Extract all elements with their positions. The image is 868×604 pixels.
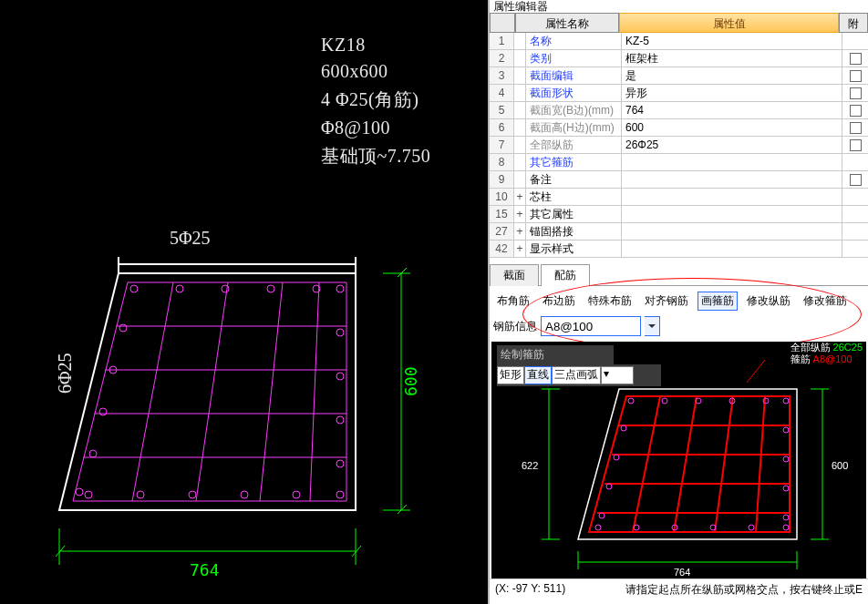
prop-group-row: 15+其它属性 <box>490 206 868 223</box>
svg-point-65 <box>749 525 754 530</box>
svg-point-22 <box>336 460 344 467</box>
svg-text:600: 600 <box>832 460 848 471</box>
svg-line-38 <box>398 505 407 514</box>
action-edge-bar[interactable]: 布边筋 <box>539 292 579 311</box>
stirrup-mini-editor[interactable]: 绘制箍筋 矩形 直线 三点画弧 ▾ 全部纵筋 26C25 箍筋 A8@100 <box>491 342 866 578</box>
action-align-bar[interactable]: 对齐钢筋 <box>641 292 692 311</box>
svg-point-54 <box>628 398 634 404</box>
expand-icon[interactable]: + <box>514 206 526 222</box>
svg-point-27 <box>137 491 144 498</box>
status-bar: (X: -97 Y: 511) 请指定起点所在纵筋或网格交点，按右键终止或E <box>490 578 868 600</box>
svg-marker-4 <box>73 282 346 501</box>
svg-point-19 <box>336 329 344 336</box>
prop-row: 3截面编辑是 <box>490 67 868 85</box>
checkbox[interactable] <box>850 139 862 151</box>
svg-point-23 <box>336 491 344 498</box>
expand-icon[interactable]: + <box>514 223 526 240</box>
cad-viewport[interactable]: KZ18 600x600 4 Φ25(角筋) Φ8@100 基础顶~7.750 … <box>0 0 488 604</box>
checkbox[interactable] <box>850 70 862 82</box>
prop-row: 1名称KZ-5 <box>490 33 868 50</box>
tab-rebar[interactable]: 配筋 <box>541 264 590 286</box>
svg-text:622: 622 <box>522 460 538 471</box>
svg-point-14 <box>176 285 183 292</box>
col-extra: 附 <box>839 13 868 33</box>
svg-point-69 <box>595 525 601 530</box>
svg-point-33 <box>76 488 83 496</box>
dim-bottom: 764 <box>190 560 220 579</box>
prop-row: 6截面高(H边)(mm)600 <box>490 119 868 137</box>
svg-point-32 <box>89 450 97 457</box>
svg-line-9 <box>132 282 173 501</box>
action-draw-stirrup[interactable]: 画箍筋 <box>698 292 738 311</box>
svg-point-20 <box>336 373 344 380</box>
checkbox[interactable] <box>850 122 862 134</box>
command-hint: 请指定起点所在纵筋或网格交点，按右键终止或E <box>625 582 863 598</box>
expand-icon[interactable]: + <box>514 241 526 257</box>
rebar-info-label: 钢筋信息 <box>493 319 537 334</box>
column-annotation-block: KZ18 600x600 4 Φ25(角筋) Φ8@100 基础顶~7.750 <box>321 35 430 174</box>
prop-row: 5截面宽(B边)(mm)764 <box>490 102 868 119</box>
rebar-info-input[interactable] <box>541 316 641 336</box>
rebar-actions: 布角筋 布边筋 特殊布筋 对齐钢筋 画箍筋 修改纵筋 修改箍筋 <box>490 286 868 314</box>
svg-line-50 <box>633 396 660 532</box>
checkbox[interactable] <box>850 53 862 65</box>
svg-point-13 <box>130 285 138 292</box>
action-special-bar[interactable]: 特殊布筋 <box>584 292 636 311</box>
svg-point-26 <box>189 491 196 498</box>
prop-row: 9备注 <box>490 171 868 189</box>
prop-group-row: 42+显示样式 <box>490 241 868 258</box>
svg-point-31 <box>99 408 107 415</box>
svg-line-11 <box>260 282 283 501</box>
column-size: 600x600 <box>321 61 430 82</box>
svg-line-10 <box>196 282 228 501</box>
cursor-coord: (X: -97 Y: 511) <box>495 582 565 598</box>
top-edge-bars: 5Φ25 <box>170 228 211 249</box>
corner-bars: 4 Φ25(角筋) <box>321 87 430 112</box>
checkbox[interactable] <box>850 105 862 117</box>
prop-row: 4截面形状异形 <box>490 85 868 102</box>
prop-row: 2类别框架柱 <box>490 50 868 67</box>
svg-point-55 <box>662 398 667 404</box>
svg-point-25 <box>241 491 248 498</box>
section-tabs: 截面 配筋 <box>490 263 868 286</box>
property-grid[interactable]: 1名称KZ-5 2类别框架柱 3截面编辑是 4截面形状异形 5截面宽(B边)(m… <box>490 33 868 258</box>
dim-right: 600 <box>401 366 420 396</box>
action-corner-bar[interactable]: 布角筋 <box>493 292 533 311</box>
property-editor-title: 属性编辑器 <box>490 0 868 13</box>
svg-line-86 <box>747 360 765 383</box>
svg-line-52 <box>715 396 733 532</box>
svg-point-28 <box>85 491 92 498</box>
svg-point-61 <box>783 456 789 462</box>
checkbox[interactable] <box>850 87 862 99</box>
svg-point-16 <box>267 285 274 292</box>
action-edit-stirrup[interactable]: 修改箍筋 <box>800 292 851 311</box>
svg-line-51 <box>674 396 697 532</box>
action-edit-longbar[interactable]: 修改纵筋 <box>743 292 794 311</box>
svg-point-21 <box>336 416 344 424</box>
svg-line-12 <box>310 282 319 501</box>
prop-row: 8其它箍筋 <box>490 154 868 171</box>
column-section-drawing: 600 764 <box>0 255 474 601</box>
svg-point-29 <box>119 324 127 332</box>
foundation-elev: 基础顶~7.750 <box>321 144 430 169</box>
svg-point-15 <box>222 285 229 292</box>
svg-point-60 <box>783 427 789 433</box>
svg-text:764: 764 <box>674 567 690 578</box>
svg-line-53 <box>756 396 765 532</box>
checkbox[interactable] <box>850 174 862 186</box>
rebar-info-dropdown[interactable] <box>645 316 660 336</box>
expand-icon[interactable]: + <box>514 189 526 205</box>
svg-point-63 <box>783 515 789 520</box>
prop-row: 7全部纵筋26Φ25 <box>490 137 868 154</box>
prop-group-row: 27+锚固搭接 <box>490 223 868 241</box>
prop-group-row: 10+芯柱 <box>490 189 868 206</box>
tab-section[interactable]: 截面 <box>490 264 539 286</box>
svg-point-62 <box>783 486 789 491</box>
property-grid-header: 属性名称 属性值 附 <box>490 13 868 33</box>
svg-point-24 <box>293 491 300 498</box>
stirrup-spec: Φ8@100 <box>321 118 430 138</box>
svg-point-18 <box>336 285 344 292</box>
svg-line-37 <box>398 268 407 277</box>
svg-point-64 <box>783 525 789 530</box>
column-name: KZ18 <box>321 35 430 56</box>
